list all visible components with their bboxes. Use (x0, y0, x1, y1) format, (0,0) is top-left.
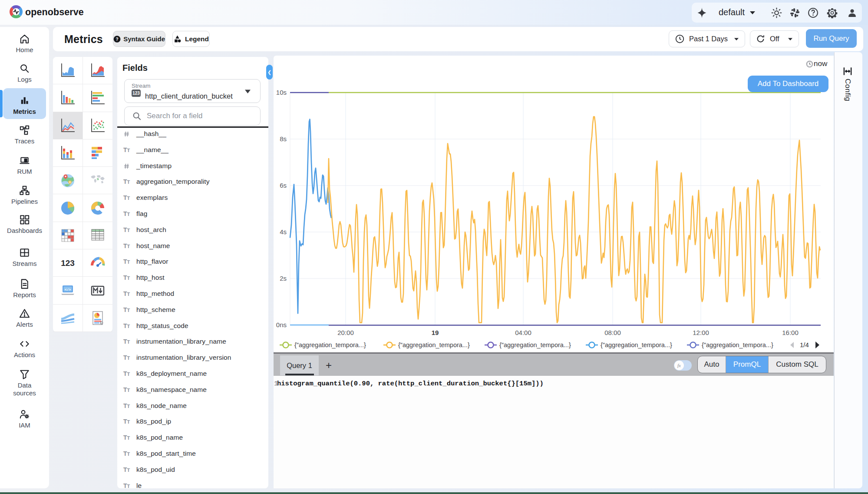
svg-text:04:00: 04:00 (515, 329, 531, 336)
svg-text:10s: 10s (276, 89, 287, 96)
svg-text:123: 123 (61, 259, 75, 268)
svg-text:6s: 6s (280, 182, 287, 189)
svg-text:{"aggregation_tempora...}: {"aggregation_tempora...} (601, 341, 672, 348)
svg-text:</>: </> (65, 287, 71, 291)
svg-text:4s: 4s (280, 228, 287, 235)
svg-text:1/4: 1/4 (800, 341, 809, 348)
svg-text:20:00: 20:00 (337, 329, 354, 336)
svg-text:12:00: 12:00 (693, 329, 709, 336)
svg-text:0ns: 0ns (276, 321, 287, 328)
svg-text:?: ? (116, 36, 119, 41)
svg-text:08:00: 08:00 (604, 329, 621, 336)
svg-text:2s: 2s (280, 275, 287, 282)
svg-text:19: 19 (432, 329, 439, 336)
svg-text:{"aggregation_tempora...}: {"aggregation_tempora...} (702, 341, 773, 348)
svg-text:{"aggregation_tempora...}: {"aggregation_tempora...} (398, 341, 470, 348)
svg-text:8s: 8s (280, 135, 287, 143)
svg-text:{"aggregation_tempora...}: {"aggregation_tempora...} (294, 341, 366, 348)
svg-text:16:00: 16:00 (782, 329, 799, 336)
svg-text:{"aggregation_tempora...}: {"aggregation_tempora...} (499, 341, 571, 348)
